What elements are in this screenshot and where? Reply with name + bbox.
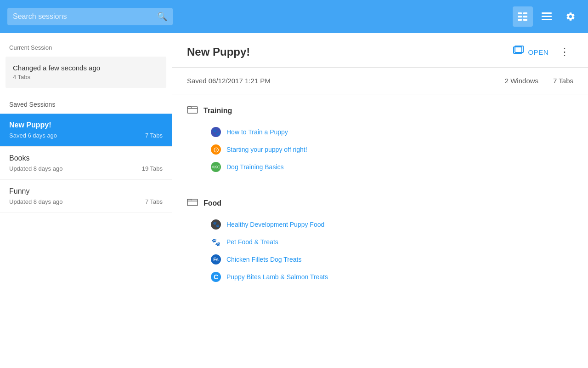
tab-title[interactable]: Puppy Bites Lamb & Salmon Treats <box>226 273 328 281</box>
list-view-button[interactable] <box>537 6 557 27</box>
session-meta-left: Updated 8 days ago <box>9 165 62 172</box>
content-title: New Puppy! <box>187 46 513 58</box>
more-button[interactable]: ⋮ <box>556 44 573 60</box>
tab-item[interactable]: 🐾 How to Train a Puppy <box>211 123 573 141</box>
svg-rect-5 <box>523 19 527 21</box>
tab-title[interactable]: Starting your puppy off right! <box>226 146 307 153</box>
main-layout: Current Session Changed a few seconds ag… <box>0 33 588 368</box>
saved-date: Saved 06/12/2017 1:21 PM <box>187 77 271 85</box>
current-session-tabs: 4 Tabs <box>13 74 159 80</box>
session-name: Books <box>9 154 163 162</box>
session-meta: Updated 8 days ago 7 Tabs <box>9 198 163 205</box>
session-meta-right: 7 Tabs <box>145 198 163 205</box>
session-item-1[interactable]: Books Updated 8 days ago 19 Tabs <box>0 147 172 180</box>
window-title-0: Training <box>204 107 232 115</box>
session-meta-right: 19 Tabs <box>142 165 163 172</box>
tab-item[interactable]: 🐾 Healthy Development Puppy Food <box>211 216 573 233</box>
svg-rect-11 <box>187 107 198 113</box>
tab-favicon: 🐾 <box>211 127 221 137</box>
window-header-0: Training <box>187 105 573 116</box>
content-header: New Puppy! OPEN ⋮ <box>172 33 588 68</box>
svg-rect-3 <box>523 12 527 14</box>
grid-view-button[interactable] <box>513 6 533 27</box>
session-item-2[interactable]: Funny Updated 8 days ago 7 Tabs <box>0 180 172 213</box>
session-meta-left: Updated 8 days ago <box>9 198 62 205</box>
tab-favicon: Fs <box>211 254 221 264</box>
tab-title[interactable]: Chicken Fillets Dog Treats <box>226 256 301 263</box>
window-group-1: Food 🐾 Healthy Development Puppy Food 🐾 … <box>172 187 588 297</box>
settings-button[interactable] <box>560 6 581 27</box>
tabs-count: 7 Tabs <box>553 77 573 85</box>
session-name: New Puppy! <box>9 121 163 129</box>
header-actions <box>513 6 581 27</box>
open-button[interactable]: OPEN <box>513 46 548 58</box>
search-input[interactable] <box>13 12 153 21</box>
svg-rect-1 <box>518 16 522 17</box>
window-folder-icon <box>187 198 198 208</box>
windows-count: 2 Windows <box>505 77 538 85</box>
svg-rect-8 <box>542 19 552 20</box>
window-title-1: Food <box>204 199 221 207</box>
sidebar: Current Session Changed a few seconds ag… <box>0 33 172 368</box>
search-icon: 🔍 <box>157 12 167 22</box>
content-panel: New Puppy! OPEN ⋮ Saved 06/12/2017 1:21 … <box>172 33 588 368</box>
session-item-0[interactable]: New Puppy! Saved 6 days ago 7 Tabs <box>0 114 172 147</box>
svg-rect-6 <box>542 12 552 14</box>
tab-favicon: C <box>211 272 221 282</box>
current-session-label: Current Session <box>0 33 172 57</box>
search-box: 🔍 <box>7 8 173 25</box>
tab-favicon: 🐾 <box>211 219 221 230</box>
tab-title[interactable]: Healthy Development Puppy Food <box>226 221 324 228</box>
window-header-1: Food <box>187 198 573 208</box>
tab-item[interactable]: ⊙ Starting your puppy off right! <box>211 141 573 158</box>
session-meta: Updated 8 days ago 19 Tabs <box>9 165 163 172</box>
window-group-0: Training 🐾 How to Train a Puppy ⊙ Starti… <box>172 94 588 187</box>
session-meta-right: 7 Tabs <box>145 132 163 139</box>
tab-favicon: 🐾 <box>211 237 221 247</box>
tab-favicon: AKC <box>211 162 221 172</box>
session-meta: Saved 6 days ago 7 Tabs <box>9 132 163 139</box>
svg-rect-4 <box>523 16 527 17</box>
tab-list-1: 🐾 Healthy Development Puppy Food 🐾 Pet F… <box>187 216 573 286</box>
windows-list: Training 🐾 How to Train a Puppy ⊙ Starti… <box>172 94 588 297</box>
svg-rect-2 <box>518 19 522 21</box>
svg-rect-0 <box>518 12 522 14</box>
tab-favicon: ⊙ <box>211 144 221 155</box>
tab-item[interactable]: AKC Dog Training Basics <box>211 158 573 176</box>
session-list: New Puppy! Saved 6 days ago 7 Tabs Books… <box>0 114 172 213</box>
open-window-icon <box>513 46 524 58</box>
content-meta: Saved 06/12/2017 1:21 PM 2 Windows 7 Tab… <box>172 68 588 94</box>
tab-title[interactable]: Pet Food & Treats <box>226 238 278 246</box>
session-name: Funny <box>9 187 163 196</box>
app-header: 🔍 <box>0 0 588 33</box>
tab-title[interactable]: Dog Training Basics <box>226 163 284 171</box>
tab-item[interactable]: 🐾 Pet Food & Treats <box>211 233 573 251</box>
window-folder-icon <box>187 105 198 116</box>
open-label: OPEN <box>528 48 548 56</box>
saved-sessions-label: Saved Sessions <box>0 88 172 114</box>
current-session-item[interactable]: Changed a few seconds ago 4 Tabs <box>6 57 166 88</box>
tab-title[interactable]: How to Train a Puppy <box>226 128 288 136</box>
svg-rect-7 <box>542 16 552 17</box>
tab-item[interactable]: C Puppy Bites Lamb & Salmon Treats <box>211 268 573 286</box>
svg-rect-12 <box>187 199 198 206</box>
tab-item[interactable]: Fs Chicken Fillets Dog Treats <box>211 251 573 268</box>
current-session-title: Changed a few seconds ago <box>13 64 159 72</box>
meta-right: 2 Windows 7 Tabs <box>505 77 573 85</box>
tab-list-0: 🐾 How to Train a Puppy ⊙ Starting your p… <box>187 123 573 176</box>
session-meta-left: Saved 6 days ago <box>9 132 57 139</box>
